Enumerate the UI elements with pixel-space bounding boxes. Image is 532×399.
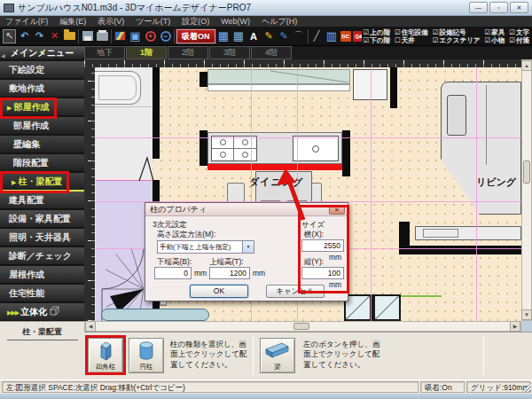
checkbox-ceiling[interactable]: ☐天井 <box>395 36 428 44</box>
save-icon[interactable] <box>81 29 94 43</box>
measure-icon[interactable]: ╱ <box>310 29 324 43</box>
menu-view[interactable]: 表示(V) <box>98 16 124 27</box>
cancel-button[interactable]: キャンセル <box>266 285 325 298</box>
checkbox-upper-floor[interactable]: ☑上の階 <box>364 28 390 36</box>
checkbox-exterior[interactable]: ☑エクステリア <box>433 36 481 44</box>
menu-marker-icon: ▲ <box>39 45 44 59</box>
select-tool-icon[interactable]: ↖ <box>3 29 16 43</box>
app-icon <box>4 4 14 12</box>
sidebar-item-furniture[interactable]: 設備・家具配置 <box>0 210 84 227</box>
dropdown-arrow-icon[interactable]: ▼ <box>242 241 254 253</box>
kitchen-counter-top <box>207 69 350 84</box>
cylinder-button[interactable]: 円柱 <box>129 338 164 373</box>
sidebar-item-room-sub[interactable]: 部屋作成 <box>0 117 84 134</box>
checkbox-props[interactable]: ☑小物 <box>485 36 505 44</box>
ok-button[interactable]: OK <box>190 285 248 298</box>
pencil-icon[interactable]: ✎ <box>262 29 276 43</box>
beam-icon <box>265 341 290 359</box>
delete-icon[interactable]: ✕ <box>48 29 61 43</box>
sidebar-item-diagnosis[interactable]: 診断／チェック <box>0 247 84 264</box>
menu-file[interactable]: ファイル(F) <box>5 16 48 27</box>
sidebar-item-room-create[interactable]: ▶部屋作成 <box>0 98 84 115</box>
wall <box>399 246 521 254</box>
tab-floor-2[interactable]: 2階 <box>168 46 208 59</box>
tab-basement[interactable]: 地下 <box>84 46 125 59</box>
panel-icon[interactable]: ▥ <box>325 29 339 43</box>
sidebar-item-column-beam[interactable]: ▶柱・梁配置 <box>0 173 84 192</box>
dialog-title: 柱のプロパティ <box>150 205 207 214</box>
grid-settings-icon[interactable]: ▦ <box>232 29 246 43</box>
fit-view-icon[interactable]: ▣ <box>129 29 142 43</box>
hscroll-thumb[interactable] <box>293 323 309 330</box>
wall <box>153 67 160 159</box>
scroll-right-icon[interactable]: ▶ <box>510 321 520 332</box>
floor-tab-row: ◀ メインメニュー ▲ 地下 1階 2階 3階 4階 <box>0 46 532 59</box>
tab-floor-1[interactable]: 1階 <box>126 46 167 59</box>
cylinder-icon <box>138 341 154 363</box>
maximize-button[interactable]: ▫ <box>489 2 508 13</box>
dialog-close-icon[interactable]: ✕ <box>329 205 345 215</box>
sidebar-item-3d-convert[interactable]: ▶▶▶立体化 <box>0 303 84 320</box>
door-swing <box>137 156 155 183</box>
checkbox-sticky[interactable]: ☑付箋 <box>509 36 529 44</box>
checkbox-furniture[interactable]: ☑家具 <box>485 28 505 36</box>
beam-button[interactable]: 梁 <box>260 338 295 373</box>
snap-on-button[interactable]: 吸着ON <box>176 29 215 43</box>
scroll-down-icon[interactable]: ▼ <box>521 309 532 320</box>
layer-checkboxes: ☑上の階 ☑下の階 ☑住宅設備 ☐天井 ☑設備記号 ☑エクステリア ☑家具 ☑小… <box>362 27 531 45</box>
menu-web[interactable]: Web(W) <box>221 17 250 26</box>
sidebar-item-site[interactable]: 敷地作成 <box>0 80 84 97</box>
sidebar-item-sketch[interactable]: 下絵設定 <box>0 61 84 78</box>
grid-icon[interactable]: ▦ <box>217 29 231 43</box>
arc-tool-icon[interactable]: ⌒ <box>293 29 306 43</box>
scroll-left-icon[interactable]: ◀ <box>85 321 96 332</box>
checkbox-text[interactable]: ☑文字 <box>509 28 529 36</box>
pencil-blue-icon[interactable]: ✎ <box>278 29 291 43</box>
sidebar-item-fittings[interactable]: 建具配置 <box>0 192 84 208</box>
sidebar-item-lighting[interactable]: 照明・天井器具 <box>0 229 84 246</box>
dialog-title-bar[interactable]: 柱のプロパティ ✕ <box>145 203 348 216</box>
close-button[interactable]: ✕ <box>510 2 528 13</box>
outdoor-object <box>101 309 209 321</box>
open-file-icon[interactable] <box>63 29 76 43</box>
minimize-button[interactable]: — <box>469 2 488 13</box>
height-method-select[interactable]: 手動(下端と上端を指定) ▼ <box>157 240 254 254</box>
checkbox-lower-floor[interactable]: ☑下の階 <box>364 36 390 44</box>
zoom-out-icon[interactable]: − <box>159 29 172 43</box>
tab-floor-4[interactable]: 4階 <box>251 46 292 59</box>
redo-icon[interactable]: ↷ <box>33 29 46 43</box>
sidebar-item-roof[interactable]: 屋根作成 <box>0 266 84 283</box>
scroll-up-icon[interactable]: ▲ <box>521 60 532 71</box>
menu-tools[interactable]: ツール(T) <box>136 16 170 27</box>
zoom-in-icon[interactable]: + <box>144 29 157 43</box>
dc-icon[interactable]: DC <box>340 31 352 42</box>
tool-section-label: 柱・梁配置 <box>7 326 78 340</box>
bottom-height-input[interactable]: 0 <box>154 267 192 279</box>
checkbox-symbols[interactable]: ☑設備記号 <box>433 28 481 36</box>
print-icon[interactable] <box>96 29 109 43</box>
vscroll-thumb[interactable] <box>523 160 530 184</box>
menu-edit[interactable]: 編集(E) <box>59 16 86 27</box>
selected-beam[interactable] <box>207 164 342 170</box>
sidebar-item-performance[interactable]: 住宅性能 <box>0 285 84 301</box>
horizontal-scrollbar[interactable]: ◀ ▶ <box>84 321 521 332</box>
status-bar: 左:図形選択 SPACE:次選択 Drag:移動(+Ctrlでコピー) 吸着:O… <box>0 379 532 394</box>
sidebar-item-stairs[interactable]: 階段配置 <box>0 154 84 171</box>
vertical-scrollbar[interactable]: ▲ ▼ <box>521 59 532 321</box>
sidebar-item-wall-edit[interactable]: 壁編集 <box>0 136 84 153</box>
undo-icon[interactable]: ↶ <box>18 29 31 43</box>
checkbox-equipment[interactable]: ☑住宅設備 <box>395 28 428 36</box>
depth-input[interactable]: 100 <box>301 267 344 279</box>
menu-settings[interactable]: 設定(O) <box>182 16 209 27</box>
square-column-button[interactable]: 四角柱 <box>88 338 123 373</box>
window-frame <box>0 394 532 399</box>
top-height-input[interactable]: 1200 <box>209 267 250 279</box>
text-tool-icon[interactable]: A <box>247 29 261 43</box>
menu-help[interactable]: ヘルプ(H) <box>262 16 297 27</box>
image-icon[interactable] <box>113 29 127 43</box>
tab-floor-3[interactable]: 3階 <box>209 46 250 59</box>
resize-grip[interactable] <box>521 382 531 392</box>
width-input[interactable]: 2550 <box>301 239 344 252</box>
bathtub <box>95 71 141 105</box>
kitchen-counter-edge <box>207 84 350 91</box>
